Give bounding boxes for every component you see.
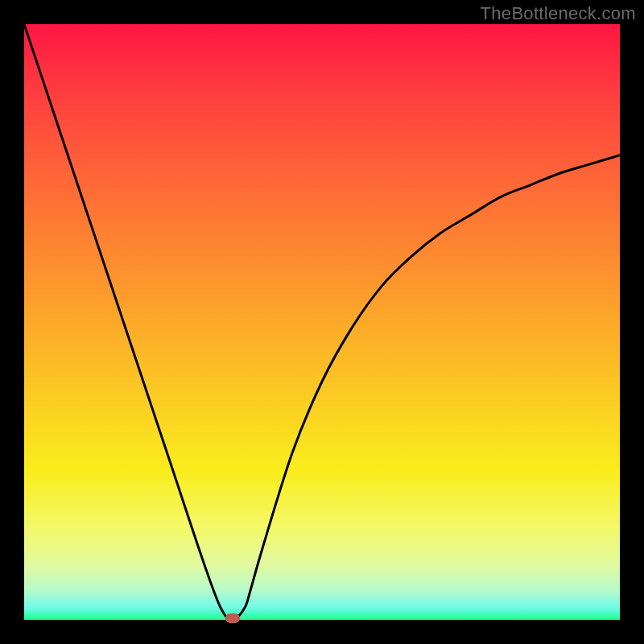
watermark-text: TheBottleneck.com <box>481 3 636 24</box>
plot-gradient-background <box>24 24 620 620</box>
chart-container: TheBottleneck.com <box>0 0 644 644</box>
optimal-marker <box>225 613 240 623</box>
